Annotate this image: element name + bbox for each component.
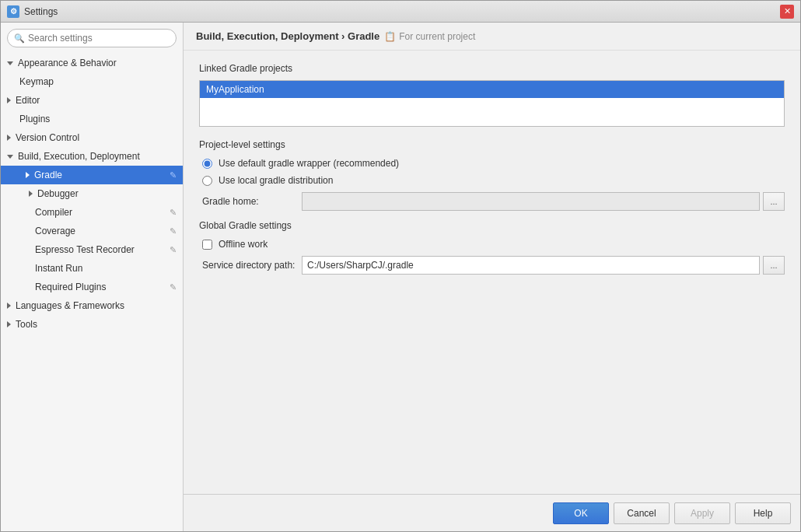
- window-title: Settings: [24, 6, 780, 17]
- sidebar-item-plugins[interactable]: Plugins: [1, 110, 183, 128]
- radio-local-distribution-label[interactable]: Use local gradle distribution: [219, 175, 333, 186]
- sidebar-item-instant-run[interactable]: Instant Run: [1, 259, 183, 278]
- sidebar-item-label: Version Control: [16, 132, 79, 143]
- cancel-button[interactable]: Cancel: [614, 502, 670, 524]
- edit-icon: ✎: [170, 245, 177, 255]
- sidebar-item-label: Required Plugins: [35, 282, 106, 292]
- expand-arrow-icon: [7, 321, 11, 327]
- sidebar-item-required-plugins[interactable]: Required Plugins ✎: [1, 278, 183, 296]
- app-icon: ⚙: [7, 5, 19, 18]
- edit-icon: ✎: [170, 226, 177, 236]
- expand-arrow-icon: [7, 155, 13, 159]
- sidebar-item-appearance[interactable]: Appearance & Behavior: [1, 54, 183, 72]
- edit-icon: ✎: [170, 170, 177, 180]
- expand-arrow-icon: [7, 61, 13, 65]
- sidebar-item-editor[interactable]: Editor: [1, 91, 183, 110]
- radio-use-local-distribution[interactable]: [202, 176, 212, 186]
- settings-content: Linked Gradle projects MyApplication Pro…: [184, 51, 800, 494]
- expand-arrow-icon: [7, 135, 11, 141]
- gradle-home-browse-button[interactable]: ...: [763, 192, 785, 211]
- radio-use-default-wrapper[interactable]: [202, 159, 212, 169]
- sidebar-item-label: Espresso Test Recorder: [35, 244, 135, 255]
- sidebar-item-label: Tools: [16, 319, 37, 330]
- service-dir-browse-button[interactable]: ...: [763, 256, 785, 275]
- global-gradle-label: Global Gradle settings: [199, 220, 785, 231]
- sidebar-item-label: Keymap: [19, 76, 54, 87]
- gradle-home-input[interactable]: [302, 192, 760, 211]
- settings-window: ⚙ Settings ✕ 🔍 Appearance & Behavior Key…: [0, 0, 801, 532]
- sidebar-item-coverage[interactable]: Coverage ✎: [1, 222, 183, 240]
- sidebar-item-label: Coverage: [35, 226, 75, 236]
- search-input[interactable]: [28, 33, 170, 44]
- gradle-home-input-container: ...: [302, 192, 785, 211]
- sidebar-item-espresso[interactable]: Espresso Test Recorder ✎: [1, 240, 183, 259]
- gradle-home-row: Gradle home: ...: [199, 192, 785, 211]
- service-dir-input[interactable]: [302, 256, 760, 275]
- breadcrumb-sub: 📋 For current project: [384, 31, 475, 42]
- list-empty-row: [200, 98, 784, 117]
- breadcrumb-path: Build, Execution, Deployment › Gradle: [196, 30, 380, 42]
- footer: OK Cancel Apply Help: [184, 494, 800, 531]
- gradle-home-label: Gradle home:: [202, 196, 296, 207]
- edit-icon: ✎: [170, 208, 177, 218]
- sidebar-item-label: Instant Run: [35, 263, 82, 274]
- sidebar-item-label: Build, Execution, Deployment: [18, 151, 140, 162]
- sidebar-item-keymap[interactable]: Keymap: [1, 72, 183, 91]
- main-content: 🔍 Appearance & Behavior Keymap Editor Pl…: [1, 23, 800, 531]
- ok-button[interactable]: OK: [553, 502, 609, 524]
- sidebar-item-debugger[interactable]: Debugger: [1, 184, 183, 203]
- main-panel: Build, Execution, Deployment › Gradle 📋 …: [184, 23, 800, 531]
- project-level-label: Project-level settings: [199, 139, 785, 150]
- service-dir-label: Service directory path:: [202, 260, 296, 271]
- apply-button[interactable]: Apply: [674, 502, 730, 524]
- help-button[interactable]: Help: [735, 502, 791, 524]
- sidebar-item-label: Debugger: [37, 188, 79, 199]
- linked-projects-list: MyApplication: [199, 80, 785, 127]
- search-icon: 🔍: [14, 33, 25, 44]
- offline-work-label[interactable]: Offline work: [219, 239, 268, 250]
- sidebar-item-label: Compiler: [35, 207, 72, 218]
- sidebar-item-label: Plugins: [19, 114, 50, 124]
- expand-arrow-icon: [29, 191, 33, 197]
- search-box[interactable]: 🔍: [7, 29, 177, 47]
- titlebar: ⚙ Settings ✕: [1, 1, 800, 23]
- sidebar-item-languages[interactable]: Languages & Frameworks: [1, 296, 183, 315]
- breadcrumb-sub-text: For current project: [399, 31, 475, 42]
- offline-work-checkbox[interactable]: [202, 240, 212, 250]
- sidebar-item-label: Languages & Frameworks: [16, 300, 124, 311]
- expand-arrow-icon: [7, 97, 11, 103]
- edit-icon: ✎: [170, 282, 177, 292]
- sidebar-item-gradle[interactable]: Gradle ✎: [1, 166, 183, 184]
- radio-row-local-distribution: Use local gradle distribution: [199, 175, 785, 186]
- radio-default-wrapper-label[interactable]: Use default gradle wrapper (recommended): [219, 158, 399, 169]
- project-icon: 📋: [384, 31, 396, 42]
- service-dir-input-container: ...: [302, 256, 785, 275]
- radio-row-default-wrapper: Use default gradle wrapper (recommended): [199, 158, 785, 169]
- expand-arrow-icon: [7, 303, 11, 309]
- sidebar-item-tools[interactable]: Tools: [1, 315, 183, 334]
- breadcrumb: Build, Execution, Deployment › Gradle 📋 …: [184, 23, 800, 51]
- expand-arrow-icon: [26, 172, 30, 178]
- sidebar-item-build-execution[interactable]: Build, Execution, Deployment: [1, 147, 183, 166]
- sidebar-item-version-control[interactable]: Version Control: [1, 128, 183, 147]
- sidebar-item-label: Gradle: [34, 170, 62, 180]
- close-button[interactable]: ✕: [780, 5, 794, 19]
- offline-work-row: Offline work: [199, 239, 785, 250]
- sidebar-item-label: Appearance & Behavior: [18, 58, 117, 68]
- sidebar: 🔍 Appearance & Behavior Keymap Editor Pl…: [1, 23, 184, 531]
- sidebar-item-label: Editor: [16, 95, 40, 106]
- service-dir-row: Service directory path: ...: [199, 256, 785, 275]
- linked-project-item[interactable]: MyApplication: [200, 81, 784, 98]
- linked-projects-label: Linked Gradle projects: [199, 63, 785, 74]
- sidebar-item-compiler[interactable]: Compiler ✎: [1, 203, 183, 222]
